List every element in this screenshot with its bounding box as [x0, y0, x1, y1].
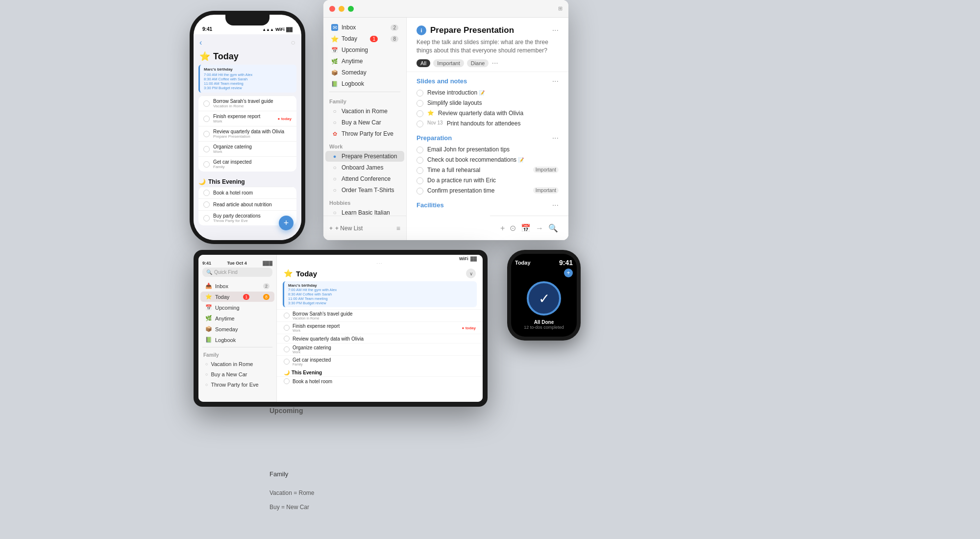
ipad-dots-icon: ··· — [377, 261, 383, 266]
task-item-book-recs: Check out book recommendations 📝 — [407, 155, 568, 165]
sidebar-item-upcoming[interactable]: 📅 Upcoming — [325, 45, 404, 55]
italian-icon: ○ — [331, 209, 338, 216]
ipad-sidebar-upcoming[interactable]: 📅 Upcoming — [200, 302, 274, 313]
finish-expense-check[interactable] — [203, 116, 210, 122]
confirm-time-badge: Important — [533, 187, 559, 194]
ipad-sidebar: 9:41 Tue Oct 4 ▓▓▓ 🔍 Quick Find 📥 Inbox … — [198, 255, 277, 402]
sidebar-item-today[interactable]: ⭐ Today 1 8 — [325, 33, 404, 44]
email-john-checkbox[interactable] — [416, 147, 423, 153]
ipad-search[interactable]: 🔍 Quick Find — [202, 268, 272, 277]
ipad-sidebar-inbox[interactable]: 📥 Inbox 2 — [200, 281, 274, 291]
ipad-task-book-hotel: Book a hotel room — [277, 376, 483, 386]
mac-sidebar: ✉ Inbox 2 ⭐ Today 1 8 📅 Upcoming 🌿 Anyti… — [323, 18, 407, 216]
ipad-book-hotel-check[interactable] — [284, 378, 290, 384]
ipad-screen: 9:41 Tue Oct 4 ▓▓▓ 🔍 Quick Find 📥 Inbox … — [198, 255, 483, 402]
today-badge: 8 — [391, 36, 398, 42]
iphone-back-button[interactable]: ‹ — [199, 38, 202, 47]
calendar-icon[interactable]: 📅 — [521, 223, 531, 233]
tag-more[interactable]: ··· — [491, 59, 498, 68]
filter-icon[interactable]: ≡ — [396, 224, 400, 232]
sidebar-item-anytime[interactable]: 🌿 Anytime — [325, 56, 404, 67]
add-task-icon[interactable]: + — [500, 224, 505, 233]
revise-intro-checkbox[interactable] — [416, 90, 423, 97]
watch-add-button[interactable]: + — [564, 269, 573, 277]
simplify-layouts-checkbox[interactable] — [416, 100, 423, 107]
sidebar-item-prepare-pres[interactable]: ● Prepare Presentation — [325, 151, 404, 162]
rehearsal-checkbox[interactable] — [416, 167, 423, 174]
ipad-organize-catering-check[interactable] — [284, 346, 290, 352]
sidebar-item-buy-car[interactable]: ○ Buy a New Car — [325, 117, 404, 128]
organize-catering-check[interactable] — [203, 146, 210, 152]
book-hotel-check[interactable] — [203, 190, 210, 196]
ipad-calendar-block: Marc's birthday 7:00 AM Hit the gym with… — [283, 281, 477, 307]
fullscreen-icon[interactable]: ⊞ — [558, 5, 563, 12]
preparation-section-more[interactable]: ··· — [552, 134, 559, 143]
new-list-plus-icon: + — [329, 225, 333, 232]
tag-all[interactable]: All — [416, 59, 430, 67]
sidebar-item-attend-conf[interactable]: ○ Attend Conference — [325, 173, 404, 184]
ipad-sidebar-divider — [202, 347, 272, 347]
tag-diane[interactable]: Diane — [467, 59, 489, 67]
iphone-task-borrow-guide: Borrow Sarah's travel guide Vacation in … — [198, 96, 296, 111]
ipad-today-header: ⭐ Today ∨ — [277, 267, 483, 281]
search-icon[interactable]: 🔍 — [548, 223, 558, 233]
new-list-button[interactable]: + + New List ≡ — [323, 216, 407, 240]
task-body: Slides and notes ··· Revise introduction… — [407, 72, 568, 240]
sidebar-item-someday[interactable]: 📦 Someday — [325, 67, 404, 78]
sidebar-item-logbook[interactable]: 📗 Logbook — [325, 78, 404, 89]
navigate-icon[interactable]: ⊙ — [510, 223, 516, 233]
ipad-get-car-check[interactable] — [284, 359, 290, 365]
ipad-finish-expense-check[interactable] — [284, 325, 290, 331]
print-handouts-checkbox[interactable] — [416, 121, 423, 127]
sidebar-item-onboard-james[interactable]: ○ Onboard James — [325, 162, 404, 173]
tag-important[interactable]: Important — [433, 59, 464, 67]
arrow-right-icon[interactable]: → — [536, 224, 543, 233]
review-quarterly-checkbox[interactable] — [416, 110, 423, 117]
iphone-fab-button[interactable]: + — [279, 216, 294, 230]
practice-eric-checkbox[interactable] — [416, 177, 423, 184]
sidebar-item-throw-party[interactable]: ✿ Throw Party for Eve — [325, 128, 404, 139]
order-tshirts-icon: ○ — [331, 187, 338, 194]
iphone-nav-done[interactable]: ○ — [291, 38, 295, 47]
sidebar-item-italian[interactable]: ○ Learn Basic Italian — [325, 207, 404, 216]
read-nutrition-info: Read article about nutrition — [213, 202, 292, 207]
facilities-section-more[interactable]: ··· — [552, 201, 559, 210]
iphone-notch — [225, 15, 270, 25]
close-button[interactable] — [329, 6, 335, 12]
sidebar-item-inbox[interactable]: ✉ Inbox 2 — [325, 22, 404, 33]
ipad-sidebar-anytime[interactable]: 🌿 Anytime — [200, 313, 274, 323]
buy-decorations-check[interactable] — [203, 215, 210, 221]
ipad-sidebar-vacation-rome[interactable]: ○ Vacation in Rome — [200, 359, 274, 369]
maximize-button[interactable] — [348, 6, 354, 12]
battery-icon: ▓▓ — [286, 27, 293, 32]
borrow-guide-check[interactable] — [203, 100, 210, 107]
book-recs-checkbox[interactable] — [416, 157, 423, 164]
get-car-inspected-check[interactable] — [203, 161, 210, 168]
sidebar-item-order-tshirts[interactable]: ○ Order Team T-Shirts — [325, 185, 404, 196]
ipad-sidebar-logbook[interactable]: 📗 Logbook — [200, 335, 274, 345]
minimize-button[interactable] — [339, 6, 344, 12]
iphone-task-review-quarterly: Review quarterly data with Olivia Prepar… — [198, 126, 296, 141]
read-nutrition-check[interactable] — [203, 201, 210, 208]
confirm-time-checkbox[interactable] — [416, 188, 423, 195]
cal-event-1: 7:00 AM Hit the gym with Alex — [204, 73, 293, 77]
ipad-borrow-guide-check[interactable] — [284, 313, 290, 318]
evening-section-title: This Evening — [208, 178, 245, 185]
task-item-simplify-layouts: Simplify slide layouts — [407, 98, 568, 108]
review-quarterly-check[interactable] — [203, 131, 210, 137]
ipad-collapse-button[interactable]: ∨ — [466, 269, 476, 278]
task-options-button[interactable]: ··· — [552, 26, 559, 35]
ipad-review-quarterly-check[interactable] — [284, 336, 290, 342]
task-info-icon: i — [416, 25, 426, 35]
watch-title: Today — [515, 260, 531, 266]
upcoming-section-label: Upcoming — [270, 407, 303, 415]
task-item-review-quarterly: ⭐ Review quarterly data with Olivia — [407, 108, 568, 119]
sidebar-item-vacation-rome[interactable]: ○ Vacation in Rome — [325, 106, 404, 117]
ipad-sidebar-someday[interactable]: 📦 Someday — [200, 324, 274, 334]
ipad-sidebar-buy-car[interactable]: ○ Buy a New Car — [200, 369, 274, 379]
slides-section-more[interactable]: ··· — [552, 77, 559, 86]
ipad-sidebar-throw-party[interactable]: ○ Throw Party for Eve — [200, 380, 274, 390]
ipad-sidebar-today[interactable]: ⭐ Today 1 8 — [200, 292, 274, 302]
ipad-task-get-car-inspected: Get car inspected Family — [277, 355, 483, 368]
iphone-status-right: ▲▲▲ WiFi ▓▓ — [262, 27, 293, 32]
